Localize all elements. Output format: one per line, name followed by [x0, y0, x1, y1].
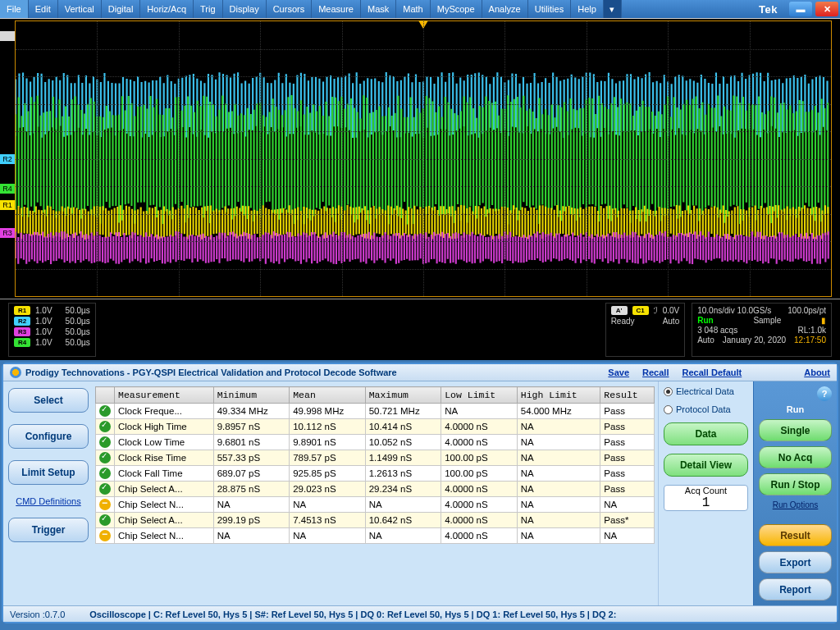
- warn-icon: [99, 499, 111, 510]
- table-cell: 7.4513 nS: [290, 513, 365, 528]
- table-cell: NA: [290, 497, 365, 513]
- recall-default-link[interactable]: Recall Default: [682, 368, 742, 377]
- cmd-definitions-link[interactable]: CMD Definitions: [8, 496, 89, 506]
- check-icon: [99, 405, 111, 417]
- table-cell: NA: [365, 497, 441, 513]
- export-button[interactable]: Export: [759, 551, 832, 573]
- table-row[interactable]: Clock Low Time9.6801 nS9.8901 nS10.052 n…: [96, 435, 655, 450]
- channel-tag: R1: [14, 306, 30, 315]
- table-header[interactable]: Mean: [290, 387, 365, 404]
- menu-measure[interactable]: Measure: [312, 0, 361, 18]
- detail-view-button[interactable]: Detail View: [664, 454, 748, 477]
- menu-dropdown[interactable]: ▾: [604, 0, 622, 18]
- menu-myscope[interactable]: MyScope: [431, 0, 482, 18]
- table-cell: Clock Fall Time: [115, 466, 214, 482]
- table-row[interactable]: Chip Select N...NANANA4.0000 nSNANA: [96, 497, 655, 513]
- acq-count: 3 048 acqs: [697, 326, 737, 335]
- table-header[interactable]: Minimum: [213, 387, 289, 404]
- run-options-link[interactable]: Run Options: [759, 500, 832, 509]
- decode-panel: Prodigy Technovations - PGY-QSPI Electri…: [2, 363, 838, 623]
- table-cell: NA: [600, 528, 655, 544]
- check-icon: [99, 514, 111, 526]
- radio-protocol[interactable]: Protocol Data: [664, 404, 748, 414]
- left-button-column: Select Configure Limit Setup CMD Definit…: [3, 381, 94, 605]
- thermometer-icon: ▮: [821, 316, 826, 325]
- table-row[interactable]: Clock Fall Time689.07 pS925.85 pS1.2613 …: [96, 466, 655, 482]
- table-row[interactable]: Clock Rise Time557.33 pS789.57 pS1.1499 …: [96, 450, 655, 466]
- menu-display[interactable]: Display: [223, 0, 267, 18]
- app-icon: [10, 367, 21, 378]
- menu-utilities[interactable]: Utilities: [528, 0, 571, 18]
- table-header[interactable]: Measurement: [115, 387, 214, 404]
- menubar: FileEditVerticalDigitalHoriz/AcqTrigDisp…: [0, 0, 840, 18]
- configure-button[interactable]: Configure: [8, 424, 89, 449]
- menu-horizacq[interactable]: Horiz/Acq: [140, 0, 194, 18]
- channel-marker- [interactable]: [0, 31, 15, 41]
- menu-cursors[interactable]: Cursors: [267, 0, 313, 18]
- table-row[interactable]: Chip Select A...28.875 nS29.023 nS29.234…: [96, 482, 655, 497]
- result-button[interactable]: Result: [759, 524, 832, 546]
- chevron-down-icon: ▾: [609, 4, 614, 15]
- table-cell: 4.0000 nS: [441, 419, 518, 435]
- trigger-button[interactable]: Trigger: [8, 518, 89, 542]
- menu-mask[interactable]: Mask: [361, 0, 396, 18]
- status-strip: R11.0V50.0µsR21.0V50.0µsR31.0V50.0µsR41.…: [0, 299, 840, 360]
- table-row[interactable]: Chip Select A...299.19 pS7.4513 nS10.642…: [96, 513, 655, 528]
- select-button[interactable]: Select: [8, 388, 89, 413]
- menu-digital[interactable]: Digital: [102, 0, 141, 18]
- table-cell: 10.052 nS: [365, 435, 441, 450]
- no-acq-button[interactable]: No Acq: [759, 446, 832, 468]
- channel-tag: R3: [14, 327, 30, 336]
- menu-file[interactable]: File: [0, 0, 29, 18]
- table-cell: 925.85 pS: [290, 466, 365, 482]
- channel-readout-row: R41.0V50.0µs: [14, 338, 90, 347]
- panel-title: Prodigy Technovations - PGY-QSPI Electri…: [25, 368, 397, 377]
- channel-readout: R11.0V50.0µsR21.0V50.0µsR31.0V50.0µsR41.…: [8, 303, 96, 357]
- about-link[interactable]: About: [804, 368, 830, 377]
- table-cell: NA: [517, 419, 600, 435]
- run-stop-button[interactable]: Run / Stop: [759, 473, 832, 495]
- data-button[interactable]: Data: [664, 422, 748, 445]
- menu-edit[interactable]: Edit: [29, 0, 58, 18]
- minimize-button[interactable]: ▬: [789, 2, 812, 16]
- table-header[interactable]: High Limit: [517, 387, 600, 404]
- table-header[interactable]: Low Limit: [441, 387, 518, 404]
- menu-analyze[interactable]: Analyze: [482, 0, 528, 18]
- trig-c-tag: C1: [632, 306, 649, 315]
- trigger-readout: A' C1 ℐ 0.0V Ready Auto: [605, 303, 686, 357]
- single-button[interactable]: Single: [759, 419, 832, 441]
- channel-marker-r1[interactable]: R1: [0, 200, 15, 210]
- menu-trig[interactable]: Trig: [194, 0, 223, 18]
- table-cell: NA: [600, 497, 655, 513]
- report-button[interactable]: Report: [759, 578, 832, 600]
- save-link[interactable]: Save: [608, 368, 629, 377]
- channel-marker-r4[interactable]: R4: [0, 184, 15, 194]
- table-cell: 29.023 nS: [290, 482, 365, 497]
- channel-marker-r2[interactable]: R2: [0, 154, 15, 164]
- trig-level: 0.0V: [663, 306, 680, 315]
- table-row[interactable]: Clock High Time9.8957 nS10.112 nS10.414 …: [96, 419, 655, 435]
- table-row[interactable]: Clock Freque...49.334 MHz49.998 MHz50.72…: [96, 404, 655, 419]
- rising-edge-icon: ℐ: [654, 306, 658, 315]
- menu-vertical[interactable]: Vertical: [58, 0, 102, 18]
- radio-electrical[interactable]: Electrical Data: [664, 386, 748, 396]
- acq-count-label: Acq Count: [664, 486, 747, 495]
- table-header[interactable]: Result: [600, 387, 655, 404]
- channel-readout-row: R11.0V50.0µs: [14, 306, 90, 315]
- table-row[interactable]: Chip Select N...NANANA4.0000 nSNANA: [96, 528, 655, 544]
- table-cell: 1.2613 nS: [365, 466, 441, 482]
- recall-link[interactable]: Recall: [642, 368, 669, 377]
- radio-icon: [664, 387, 673, 396]
- menu-math[interactable]: Math: [396, 0, 430, 18]
- help-icon[interactable]: ?: [817, 386, 832, 401]
- table-cell: NA: [441, 404, 518, 419]
- close-button[interactable]: ✕: [815, 2, 838, 16]
- table-cell: 28.875 nS: [213, 482, 289, 497]
- table-header[interactable]: Maximum: [365, 387, 441, 404]
- limit-setup-button[interactable]: Limit Setup: [8, 460, 89, 485]
- channel-marker-r3[interactable]: R3: [0, 228, 15, 238]
- menu-help[interactable]: Help: [571, 0, 604, 18]
- table-cell: 4.0000 nS: [441, 482, 518, 497]
- channel-timediv: 50.0µs: [66, 306, 90, 315]
- channel-voltage: 1.0V: [35, 306, 52, 315]
